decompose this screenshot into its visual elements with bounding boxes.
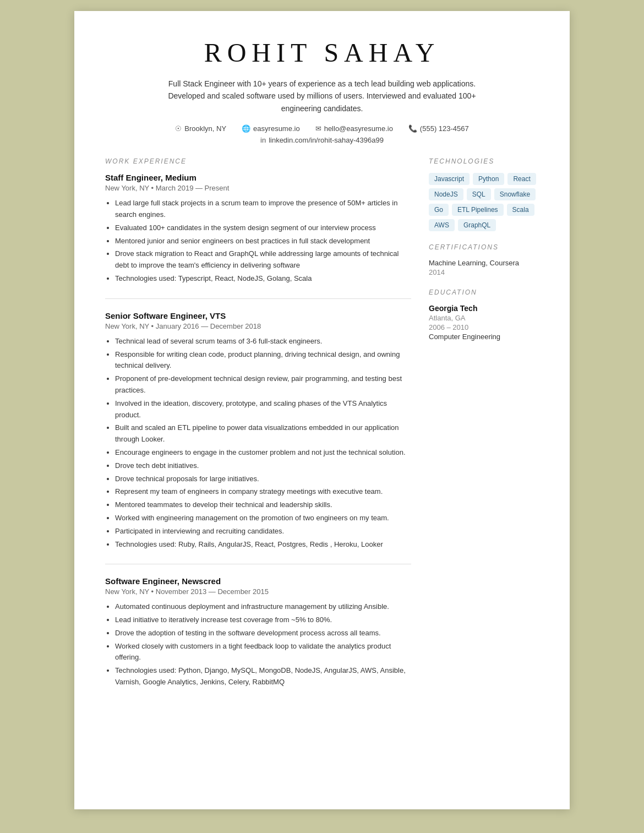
tech-tag-5: Snowflake <box>494 188 536 200</box>
email-icon: ✉ <box>315 124 321 133</box>
bullet-3-3: Drove the adoption of testing in the sof… <box>115 628 411 639</box>
tech-tag-10: GraphQL <box>458 219 496 231</box>
cert-name-1: Machine Learning, Coursera <box>429 259 539 267</box>
tech-tag-3: NodeJS <box>429 188 463 200</box>
resume-header: ROHIT SAHAY Full Stack Engineer with 10+… <box>105 37 539 144</box>
globe-icon: 🌐 <box>242 124 250 133</box>
contact-location: ☉ Brooklyn, NY <box>175 124 226 133</box>
candidate-summary: Full Stack Engineer with 10+ years of ex… <box>151 78 493 115</box>
main-layout: WORK EXPERIENCE Staff Engineer, Medium N… <box>105 157 539 714</box>
contact-row: ☉ Brooklyn, NY 🌐 easyresume.io ✉ hello@e… <box>105 124 539 133</box>
bullet-2-8: Drove technical proposals for large init… <box>115 473 411 485</box>
contact-website: 🌐 easyresume.io <box>242 124 300 133</box>
job-bullets-2: Technical lead of several scrum teams of… <box>105 336 411 551</box>
contact-email: ✉ hello@easyresume.io <box>315 124 393 133</box>
bullet-3-5: Technologies used: Python, Django, MySQL… <box>115 665 411 688</box>
technologies-section-title: TECHNOLOGIES <box>429 157 539 165</box>
bullet-2-1: Technical lead of several scrum teams of… <box>115 336 411 347</box>
bullet-2-6: Encourage engineers to engage in the cus… <box>115 447 411 459</box>
bullet-2-4: Involved in the ideation, discovery, pro… <box>115 398 411 421</box>
bullet-2-3: Proponent of pre-development technical d… <box>115 373 411 396</box>
bullet-3-1: Automated continuous deployment and infr… <box>115 601 411 613</box>
tech-tag-7: ETL Pipelines <box>452 204 504 216</box>
bullet-2-11: Worked with engineering management on th… <box>115 513 411 524</box>
bullet-1-1: Lead large full stack projects in a scru… <box>115 198 411 221</box>
linkedin-icon: in <box>260 136 266 144</box>
job-bullets-1: Lead large full stack projects in a scru… <box>105 198 411 285</box>
bullet-1-5: Technologies used: Typescript, React, No… <box>115 273 411 285</box>
bullet-2-10: Mentored teammates to develop their tech… <box>115 499 411 511</box>
edu-school-1: Georgia Tech <box>429 304 539 313</box>
resume-document: ROHIT SAHAY Full Stack Engineer with 10+… <box>74 11 570 809</box>
tech-tag-8: Scala <box>507 204 534 216</box>
job-meta-2: New York, NY • January 2016 — December 2… <box>105 322 411 330</box>
job-meta-1: New York, NY • March 2019 — Present <box>105 184 411 192</box>
job-block-3: Software Engineer, Newscred New York, NY… <box>105 576 411 702</box>
job-bullets-3: Automated continuous deployment and infr… <box>105 601 411 688</box>
technologies-section: TECHNOLOGIES JavascriptPythonReactNodeJS… <box>429 157 539 231</box>
cert-year-1: 2014 <box>429 268 539 276</box>
job-title-2: Senior Software Engineer, VTS <box>105 311 411 320</box>
job-title-1: Staff Engineer, Medium <box>105 173 411 182</box>
bullet-1-2: Evaluated 100+ candidates in the system … <box>115 222 411 234</box>
tech-tag-0: Javascript <box>429 173 470 185</box>
phone-text: (555) 123-4567 <box>420 124 469 133</box>
bullet-2-5: Built and scaled an ETL pipeline to powe… <box>115 422 411 445</box>
tech-tag-2: React <box>507 173 536 185</box>
certifications-section: CERTIFICATIONS Machine Learning, Courser… <box>429 243 539 276</box>
job-meta-3: New York, NY • November 2013 — December … <box>105 587 411 596</box>
bullet-1-3: Mentored junior and senior engineers on … <box>115 236 411 247</box>
contact-phone: 📞 (555) 123-4567 <box>408 124 469 133</box>
location-icon: ☉ <box>175 124 182 133</box>
edu-location-1: Atlanta, GA <box>429 314 539 322</box>
job-block-2: Senior Software Engineer, VTS New York, … <box>105 311 411 565</box>
bullet-2-12: Participated in interviewing and recruit… <box>115 526 411 537</box>
email-text: hello@easyresume.io <box>324 124 393 133</box>
tech-tag-1: Python <box>473 173 504 185</box>
bullet-3-4: Worked closely with customers in a tight… <box>115 641 411 664</box>
work-experience-section-title: WORK EXPERIENCE <box>105 157 411 165</box>
education-section: EDUCATION Georgia Tech Atlanta, GA 2006 … <box>429 288 539 341</box>
edu-degree-1: Computer Engineering <box>429 333 539 341</box>
phone-icon: 📞 <box>408 124 417 133</box>
tech-tag-9: AWS <box>429 219 455 231</box>
education-section-title: EDUCATION <box>429 288 539 296</box>
job-block-1: Staff Engineer, Medium New York, NY • Ma… <box>105 173 411 299</box>
bullet-2-2: Responsible for writing clean code, prod… <box>115 349 411 372</box>
location-text: Brooklyn, NY <box>184 124 226 133</box>
bullet-3-2: Lead initiative to iteratively increase … <box>115 614 411 626</box>
tech-tag-4: SQL <box>467 188 491 200</box>
tech-tag-6: Go <box>429 204 449 216</box>
edu-years-1: 2006 – 2010 <box>429 323 539 331</box>
linkedin-text: linkedin.com/in/rohit-sahay-4396a99 <box>269 136 384 144</box>
bullet-2-9: Represent my team of engineers in compan… <box>115 486 411 498</box>
left-column: WORK EXPERIENCE Staff Engineer, Medium N… <box>105 157 411 714</box>
tech-tags-container: JavascriptPythonReactNodeJSSQLSnowflakeG… <box>429 173 539 231</box>
contact-linkedin: in linkedin.com/in/rohit-sahay-4396a99 <box>105 136 539 144</box>
bullet-1-4: Drove stack migration to React and Graph… <box>115 248 411 271</box>
bullet-2-13: Technologies used: Ruby, Rails, AngularJ… <box>115 539 411 551</box>
website-text: easyresume.io <box>253 124 300 133</box>
candidate-name: ROHIT SAHAY <box>105 37 539 68</box>
certifications-section-title: CERTIFICATIONS <box>429 243 539 251</box>
bullet-2-7: Drove tech debt initiatives. <box>115 460 411 472</box>
right-column: TECHNOLOGIES JavascriptPythonReactNodeJS… <box>429 157 539 353</box>
job-title-3: Software Engineer, Newscred <box>105 576 411 586</box>
